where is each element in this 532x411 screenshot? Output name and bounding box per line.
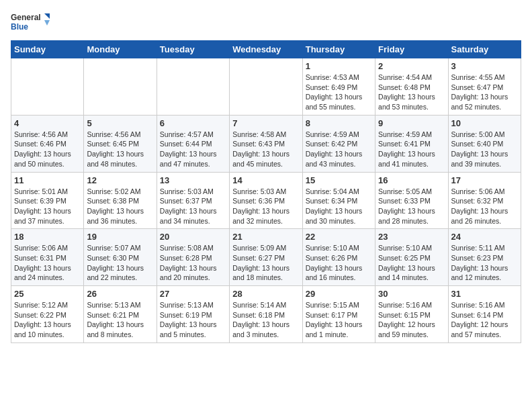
day-info: Sunrise: 4:58 AM Sunset: 6:43 PM Dayligh… xyxy=(232,130,299,169)
calendar-cell: 25Sunrise: 5:12 AM Sunset: 6:22 PM Dayli… xyxy=(11,286,84,343)
day-number: 4 xyxy=(14,118,81,128)
calendar-cell: 13Sunrise: 5:03 AM Sunset: 6:37 PM Dayli… xyxy=(157,172,229,229)
day-info: Sunrise: 4:59 AM Sunset: 6:42 PM Dayligh… xyxy=(306,130,372,169)
day-info: Sunrise: 5:03 AM Sunset: 6:37 PM Dayligh… xyxy=(160,187,226,226)
calendar-cell: 12Sunrise: 5:02 AM Sunset: 6:38 PM Dayli… xyxy=(84,172,157,229)
day-info: Sunrise: 4:59 AM Sunset: 6:41 PM Dayligh… xyxy=(378,130,445,169)
calendar-cell: 14Sunrise: 5:03 AM Sunset: 6:36 PM Dayli… xyxy=(230,172,302,229)
calendar-cell: 10Sunrise: 5:00 AM Sunset: 6:40 PM Dayli… xyxy=(448,115,521,172)
week-row-2: 4Sunrise: 4:56 AM Sunset: 6:46 PM Daylig… xyxy=(11,115,521,172)
svg-text:General: General xyxy=(11,13,41,22)
header-friday: Friday xyxy=(375,41,448,58)
day-info: Sunrise: 5:02 AM Sunset: 6:38 PM Dayligh… xyxy=(87,187,153,226)
calendar-cell: 28Sunrise: 5:14 AM Sunset: 6:18 PM Dayli… xyxy=(230,286,302,343)
day-number: 10 xyxy=(451,118,518,128)
day-number: 5 xyxy=(87,118,153,128)
day-info: Sunrise: 5:12 AM Sunset: 6:22 PM Dayligh… xyxy=(14,300,81,340)
calendar-cell: 29Sunrise: 5:15 AM Sunset: 6:17 PM Dayli… xyxy=(302,286,375,343)
header: General Blue xyxy=(11,11,521,35)
svg-text:Blue: Blue xyxy=(11,22,28,32)
day-info: Sunrise: 4:57 AM Sunset: 6:44 PM Dayligh… xyxy=(160,130,226,169)
day-info: Sunrise: 5:16 AM Sunset: 6:15 PM Dayligh… xyxy=(378,300,445,340)
calendar-cell: 27Sunrise: 5:13 AM Sunset: 6:19 PM Dayli… xyxy=(157,286,229,343)
day-info: Sunrise: 5:10 AM Sunset: 6:26 PM Dayligh… xyxy=(306,243,372,283)
calendar-cell: 15Sunrise: 5:04 AM Sunset: 6:34 PM Dayli… xyxy=(302,172,375,229)
calendar-cell: 11Sunrise: 5:01 AM Sunset: 6:39 PM Dayli… xyxy=(11,172,84,229)
day-number: 24 xyxy=(451,232,518,242)
day-number: 21 xyxy=(232,232,299,242)
page-container: General Blue SundayMondayTuesdayWednesda… xyxy=(0,0,532,350)
day-number: 31 xyxy=(451,289,518,299)
logo: General Blue xyxy=(11,11,51,35)
calendar-table: SundayMondayTuesdayWednesdayThursdayFrid… xyxy=(11,40,521,343)
header-tuesday: Tuesday xyxy=(157,41,229,58)
day-number: 9 xyxy=(378,118,445,128)
day-info: Sunrise: 5:08 AM Sunset: 6:28 PM Dayligh… xyxy=(160,243,226,283)
header-monday: Monday xyxy=(84,41,157,58)
day-number: 12 xyxy=(87,175,153,185)
day-info: Sunrise: 5:09 AM Sunset: 6:27 PM Dayligh… xyxy=(232,243,299,283)
day-info: Sunrise: 5:05 AM Sunset: 6:33 PM Dayligh… xyxy=(378,187,445,226)
calendar-cell: 20Sunrise: 5:08 AM Sunset: 6:28 PM Dayli… xyxy=(157,229,229,286)
day-number: 18 xyxy=(14,232,81,242)
day-number: 28 xyxy=(232,289,299,299)
calendar-cell: 18Sunrise: 5:06 AM Sunset: 6:31 PM Dayli… xyxy=(11,229,84,286)
week-row-1: 1Sunrise: 4:53 AM Sunset: 6:49 PM Daylig… xyxy=(11,58,521,116)
day-info: Sunrise: 4:56 AM Sunset: 6:46 PM Dayligh… xyxy=(14,130,81,169)
calendar-cell: 23Sunrise: 5:10 AM Sunset: 6:25 PM Dayli… xyxy=(375,229,448,286)
day-info: Sunrise: 5:03 AM Sunset: 6:36 PM Dayligh… xyxy=(232,187,299,226)
day-info: Sunrise: 5:11 AM Sunset: 6:23 PM Dayligh… xyxy=(451,243,518,283)
day-info: Sunrise: 5:10 AM Sunset: 6:25 PM Dayligh… xyxy=(378,243,445,283)
day-number: 2 xyxy=(378,61,445,71)
week-row-4: 18Sunrise: 5:06 AM Sunset: 6:31 PM Dayli… xyxy=(11,229,521,286)
day-number: 27 xyxy=(160,289,226,299)
calendar-cell: 4Sunrise: 4:56 AM Sunset: 6:46 PM Daylig… xyxy=(11,115,84,172)
logo-svg: General Blue xyxy=(11,11,51,35)
day-number: 14 xyxy=(232,175,299,185)
day-info: Sunrise: 4:56 AM Sunset: 6:45 PM Dayligh… xyxy=(87,130,153,169)
day-info: Sunrise: 4:53 AM Sunset: 6:49 PM Dayligh… xyxy=(306,73,372,112)
calendar-cell: 8Sunrise: 4:59 AM Sunset: 6:42 PM Daylig… xyxy=(302,115,375,172)
day-info: Sunrise: 5:04 AM Sunset: 6:34 PM Dayligh… xyxy=(306,187,372,226)
calendar-cell: 1Sunrise: 4:53 AM Sunset: 6:49 PM Daylig… xyxy=(302,58,375,116)
day-number: 16 xyxy=(378,175,445,185)
calendar-cell: 2Sunrise: 4:54 AM Sunset: 6:48 PM Daylig… xyxy=(375,58,448,116)
day-number: 11 xyxy=(14,175,81,185)
day-number: 17 xyxy=(451,175,518,185)
calendar-cell: 7Sunrise: 4:58 AM Sunset: 6:43 PM Daylig… xyxy=(230,115,302,172)
day-info: Sunrise: 5:16 AM Sunset: 6:14 PM Dayligh… xyxy=(451,300,518,340)
day-number: 1 xyxy=(306,61,372,71)
calendar-cell xyxy=(11,58,84,116)
day-number: 20 xyxy=(160,232,226,242)
calendar-cell: 21Sunrise: 5:09 AM Sunset: 6:27 PM Dayli… xyxy=(230,229,302,286)
day-number: 15 xyxy=(306,175,372,185)
day-number: 7 xyxy=(232,118,299,128)
header-saturday: Saturday xyxy=(448,41,521,58)
calendar-cell: 17Sunrise: 5:06 AM Sunset: 6:32 PM Dayli… xyxy=(448,172,521,229)
week-row-3: 11Sunrise: 5:01 AM Sunset: 6:39 PM Dayli… xyxy=(11,172,521,229)
header-wednesday: Wednesday xyxy=(230,41,302,58)
header-sunday: Sunday xyxy=(11,41,84,58)
calendar-cell: 5Sunrise: 4:56 AM Sunset: 6:45 PM Daylig… xyxy=(84,115,157,172)
day-info: Sunrise: 4:55 AM Sunset: 6:47 PM Dayligh… xyxy=(451,73,518,112)
day-info: Sunrise: 5:00 AM Sunset: 6:40 PM Dayligh… xyxy=(451,130,518,169)
day-number: 8 xyxy=(306,118,372,128)
day-info: Sunrise: 5:06 AM Sunset: 6:31 PM Dayligh… xyxy=(14,243,81,283)
week-row-5: 25Sunrise: 5:12 AM Sunset: 6:22 PM Dayli… xyxy=(11,286,521,343)
calendar-cell: 22Sunrise: 5:10 AM Sunset: 6:26 PM Dayli… xyxy=(302,229,375,286)
day-info: Sunrise: 5:13 AM Sunset: 6:19 PM Dayligh… xyxy=(160,300,226,340)
calendar-cell: 31Sunrise: 5:16 AM Sunset: 6:14 PM Dayli… xyxy=(448,286,521,343)
day-info: Sunrise: 5:15 AM Sunset: 6:17 PM Dayligh… xyxy=(306,300,372,340)
svg-marker-2 xyxy=(44,13,50,19)
day-number: 25 xyxy=(14,289,81,299)
day-number: 19 xyxy=(87,232,153,242)
day-number: 22 xyxy=(306,232,372,242)
day-number: 23 xyxy=(378,232,445,242)
calendar-cell xyxy=(84,58,157,116)
calendar-cell xyxy=(230,58,302,116)
header-thursday: Thursday xyxy=(302,41,375,58)
day-info: Sunrise: 5:07 AM Sunset: 6:30 PM Dayligh… xyxy=(87,243,153,283)
day-number: 6 xyxy=(160,118,226,128)
calendar-cell: 6Sunrise: 4:57 AM Sunset: 6:44 PM Daylig… xyxy=(157,115,229,172)
calendar-cell: 9Sunrise: 4:59 AM Sunset: 6:41 PM Daylig… xyxy=(375,115,448,172)
